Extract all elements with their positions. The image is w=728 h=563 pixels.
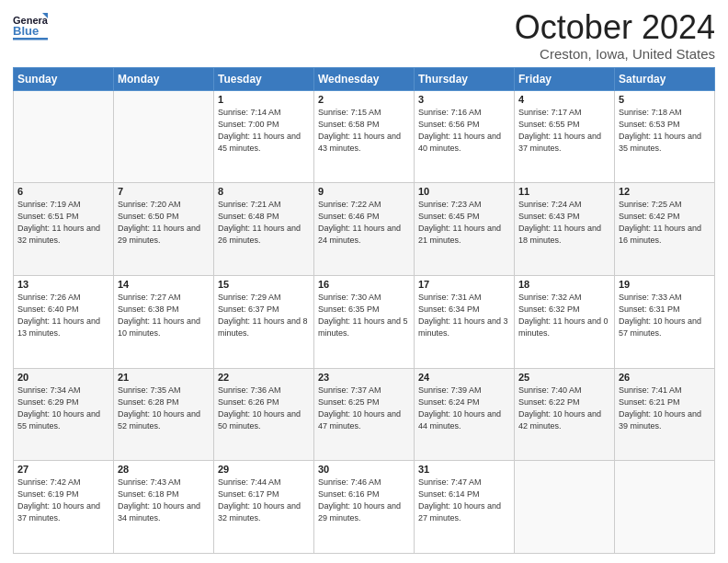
day-number: 15 xyxy=(218,279,310,290)
calendar-cell: 9Sunrise: 7:22 AM Sunset: 6:46 PM Daylig… xyxy=(314,183,415,276)
day-info: Sunrise: 7:40 AM Sunset: 6:22 PM Dayligh… xyxy=(518,385,610,432)
day-info: Sunrise: 7:14 AM Sunset: 7:00 PM Dayligh… xyxy=(218,107,310,155)
day-info: Sunrise: 7:19 AM Sunset: 6:51 PM Dayligh… xyxy=(17,199,109,247)
day-info: Sunrise: 7:26 AM Sunset: 6:40 PM Dayligh… xyxy=(17,292,109,339)
day-info: Sunrise: 7:46 AM Sunset: 6:16 PM Dayligh… xyxy=(318,477,410,524)
calendar-cell xyxy=(515,461,615,554)
day-number: 11 xyxy=(518,186,610,197)
day-info: Sunrise: 7:25 AM Sunset: 6:42 PM Dayligh… xyxy=(619,199,711,247)
weekday-header-thursday: Thursday xyxy=(415,67,515,90)
calendar-cell: 5Sunrise: 7:18 AM Sunset: 6:53 PM Daylig… xyxy=(615,90,715,183)
weekday-header-saturday: Saturday xyxy=(615,67,715,90)
day-info: Sunrise: 7:44 AM Sunset: 6:17 PM Dayligh… xyxy=(218,477,310,524)
title-block: October 2024 Creston, Iowa, United State… xyxy=(515,9,715,62)
calendar-cell xyxy=(14,90,114,183)
day-number: 30 xyxy=(318,464,410,475)
calendar-cell: 18Sunrise: 7:32 AM Sunset: 6:32 PM Dayli… xyxy=(515,275,615,368)
day-info: Sunrise: 7:32 AM Sunset: 6:32 PM Dayligh… xyxy=(518,292,610,339)
day-number: 28 xyxy=(118,464,210,475)
weekday-header-friday: Friday xyxy=(515,67,615,90)
day-number: 1 xyxy=(218,94,310,105)
day-number: 25 xyxy=(518,372,610,383)
calendar-cell: 13Sunrise: 7:26 AM Sunset: 6:40 PM Dayli… xyxy=(14,275,114,368)
day-info: Sunrise: 7:16 AM Sunset: 6:56 PM Dayligh… xyxy=(418,107,510,155)
day-number: 4 xyxy=(518,94,610,105)
day-number: 8 xyxy=(218,186,310,197)
calendar-cell xyxy=(114,90,214,183)
day-info: Sunrise: 7:18 AM Sunset: 6:53 PM Dayligh… xyxy=(619,107,711,155)
day-number: 27 xyxy=(17,464,109,475)
day-number: 17 xyxy=(418,279,510,290)
day-number: 16 xyxy=(318,279,410,290)
main-title: October 2024 xyxy=(515,9,715,46)
weekday-header-sunday: Sunday xyxy=(14,67,114,90)
subtitle: Creston, Iowa, United States xyxy=(515,46,715,62)
page-container: General Blue October 2024 Creston, Iowa,… xyxy=(0,0,728,563)
day-number: 6 xyxy=(17,186,109,197)
day-number: 24 xyxy=(418,372,510,383)
day-info: Sunrise: 7:23 AM Sunset: 6:45 PM Dayligh… xyxy=(418,199,510,247)
calendar-cell: 19Sunrise: 7:33 AM Sunset: 6:31 PM Dayli… xyxy=(615,275,715,368)
day-info: Sunrise: 7:36 AM Sunset: 6:26 PM Dayligh… xyxy=(218,385,310,432)
day-info: Sunrise: 7:22 AM Sunset: 6:46 PM Dayligh… xyxy=(318,199,410,247)
day-info: Sunrise: 7:21 AM Sunset: 6:48 PM Dayligh… xyxy=(218,199,310,247)
day-number: 5 xyxy=(619,94,711,105)
calendar-cell: 29Sunrise: 7:44 AM Sunset: 6:17 PM Dayli… xyxy=(214,461,314,554)
calendar-cell: 15Sunrise: 7:29 AM Sunset: 6:37 PM Dayli… xyxy=(214,275,314,368)
day-number: 29 xyxy=(218,464,310,475)
logo: General Blue xyxy=(13,9,48,44)
calendar-cell: 30Sunrise: 7:46 AM Sunset: 6:16 PM Dayli… xyxy=(314,461,415,554)
calendar-cell: 27Sunrise: 7:42 AM Sunset: 6:19 PM Dayli… xyxy=(14,461,114,554)
day-number: 2 xyxy=(318,94,410,105)
calendar-cell: 11Sunrise: 7:24 AM Sunset: 6:43 PM Dayli… xyxy=(515,183,615,276)
day-info: Sunrise: 7:42 AM Sunset: 6:19 PM Dayligh… xyxy=(17,477,109,524)
day-number: 9 xyxy=(318,186,410,197)
day-info: Sunrise: 7:37 AM Sunset: 6:25 PM Dayligh… xyxy=(318,385,410,432)
day-info: Sunrise: 7:29 AM Sunset: 6:37 PM Dayligh… xyxy=(218,292,310,339)
day-number: 13 xyxy=(17,279,109,290)
day-info: Sunrise: 7:34 AM Sunset: 6:29 PM Dayligh… xyxy=(17,385,109,432)
day-number: 14 xyxy=(118,279,210,290)
day-info: Sunrise: 7:41 AM Sunset: 6:21 PM Dayligh… xyxy=(619,385,711,432)
day-number: 19 xyxy=(619,279,711,290)
day-info: Sunrise: 7:43 AM Sunset: 6:18 PM Dayligh… xyxy=(118,477,210,524)
calendar-cell: 14Sunrise: 7:27 AM Sunset: 6:38 PM Dayli… xyxy=(114,275,214,368)
day-info: Sunrise: 7:35 AM Sunset: 6:28 PM Dayligh… xyxy=(118,385,210,432)
calendar-cell: 3Sunrise: 7:16 AM Sunset: 6:56 PM Daylig… xyxy=(415,90,515,183)
day-info: Sunrise: 7:15 AM Sunset: 6:58 PM Dayligh… xyxy=(318,107,410,155)
calendar-cell: 23Sunrise: 7:37 AM Sunset: 6:25 PM Dayli… xyxy=(314,368,415,461)
calendar-cell: 17Sunrise: 7:31 AM Sunset: 6:34 PM Dayli… xyxy=(415,275,515,368)
day-number: 31 xyxy=(418,464,510,475)
calendar-cell: 25Sunrise: 7:40 AM Sunset: 6:22 PM Dayli… xyxy=(515,368,615,461)
calendar-cell: 21Sunrise: 7:35 AM Sunset: 6:28 PM Dayli… xyxy=(114,368,214,461)
day-info: Sunrise: 7:47 AM Sunset: 6:14 PM Dayligh… xyxy=(418,477,510,524)
calendar-table: SundayMondayTuesdayWednesdayThursdayFrid… xyxy=(13,67,715,554)
calendar-cell: 22Sunrise: 7:36 AM Sunset: 6:26 PM Dayli… xyxy=(214,368,314,461)
day-number: 7 xyxy=(118,186,210,197)
weekday-header-tuesday: Tuesday xyxy=(214,67,314,90)
day-info: Sunrise: 7:17 AM Sunset: 6:55 PM Dayligh… xyxy=(518,107,610,155)
day-number: 22 xyxy=(218,372,310,383)
day-info: Sunrise: 7:33 AM Sunset: 6:31 PM Dayligh… xyxy=(619,292,711,339)
calendar-cell: 10Sunrise: 7:23 AM Sunset: 6:45 PM Dayli… xyxy=(415,183,515,276)
calendar-cell xyxy=(615,461,715,554)
header: General Blue October 2024 Creston, Iowa,… xyxy=(13,9,715,62)
svg-rect-2 xyxy=(13,38,48,40)
day-number: 10 xyxy=(418,186,510,197)
day-number: 26 xyxy=(619,372,711,383)
day-number: 23 xyxy=(318,372,410,383)
calendar-cell: 28Sunrise: 7:43 AM Sunset: 6:18 PM Dayli… xyxy=(114,461,214,554)
calendar-cell: 20Sunrise: 7:34 AM Sunset: 6:29 PM Dayli… xyxy=(14,368,114,461)
day-info: Sunrise: 7:20 AM Sunset: 6:50 PM Dayligh… xyxy=(118,199,210,247)
calendar-cell: 24Sunrise: 7:39 AM Sunset: 6:24 PM Dayli… xyxy=(415,368,515,461)
day-info: Sunrise: 7:24 AM Sunset: 6:43 PM Dayligh… xyxy=(518,199,610,247)
calendar-cell: 7Sunrise: 7:20 AM Sunset: 6:50 PM Daylig… xyxy=(114,183,214,276)
calendar-cell: 31Sunrise: 7:47 AM Sunset: 6:14 PM Dayli… xyxy=(415,461,515,554)
weekday-header-monday: Monday xyxy=(114,67,214,90)
day-info: Sunrise: 7:39 AM Sunset: 6:24 PM Dayligh… xyxy=(418,385,510,432)
svg-text:Blue: Blue xyxy=(13,24,39,38)
calendar-cell: 6Sunrise: 7:19 AM Sunset: 6:51 PM Daylig… xyxy=(14,183,114,276)
calendar-cell: 16Sunrise: 7:30 AM Sunset: 6:35 PM Dayli… xyxy=(314,275,415,368)
weekday-header-wednesday: Wednesday xyxy=(314,67,415,90)
day-number: 3 xyxy=(418,94,510,105)
